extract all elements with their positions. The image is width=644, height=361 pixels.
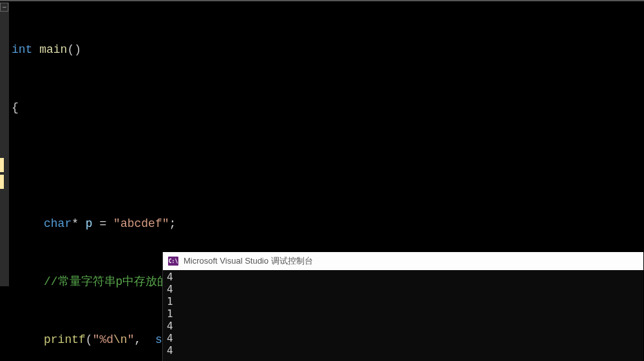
- vs-console-icon: C:\: [168, 257, 178, 266]
- change-markers: [0, 158, 4, 191]
- code-editor[interactable]: − int main() { char* p = "abcdef"; //常量字…: [0, 0, 644, 361]
- fold-minus-icon[interactable]: −: [0, 3, 8, 12]
- console-title: Microsoft Visual Studio 调试控制台: [184, 255, 313, 267]
- editor-gutter: −: [0, 3, 9, 286]
- code-line: [12, 156, 442, 175]
- console-line: 1: [167, 307, 639, 320]
- code-line: {: [12, 98, 442, 117]
- debug-console-window[interactable]: C:\ Microsoft Visual Studio 调试控制台 4 4 1 …: [162, 252, 643, 361]
- console-output[interactable]: 4 4 1 1 4 4 4: [163, 270, 643, 361]
- console-line: 4: [167, 344, 639, 356]
- console-line: 1: [167, 295, 639, 307]
- console-line: 4: [167, 271, 639, 283]
- code-line: int main(): [12, 40, 442, 59]
- code-line: char* p = "abcdef";: [12, 214, 442, 233]
- console-line: 4: [167, 283, 639, 295]
- console-titlebar[interactable]: C:\ Microsoft Visual Studio 调试控制台: [163, 252, 643, 270]
- console-line: 4: [167, 320, 639, 332]
- console-line: 4: [167, 332, 639, 344]
